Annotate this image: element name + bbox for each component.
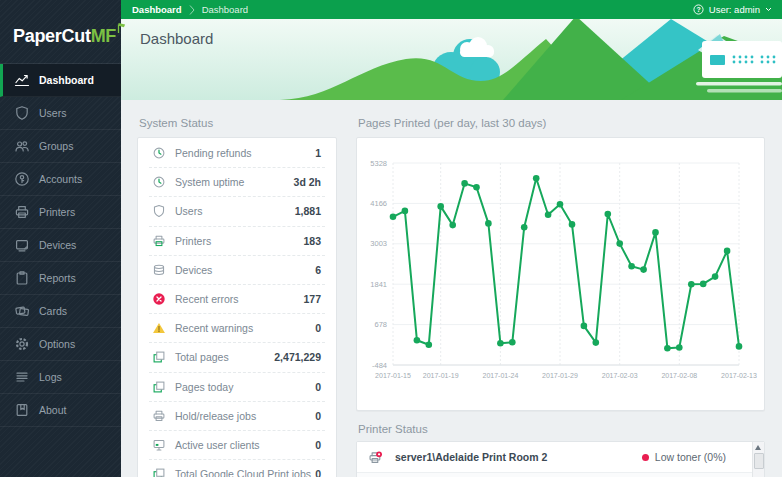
papercut-admin-window: PaperCutMF DashboardUsersGroupsAccountsP…: [0, 0, 782, 477]
sidebar-item-label: Dashboard: [39, 74, 94, 86]
status-label: Pages today: [175, 381, 315, 393]
status-value: 183: [303, 235, 325, 247]
status-row-hold-release-jobs: Hold/release jobs0: [149, 402, 325, 431]
about-icon: [14, 402, 30, 418]
sidebar-item-label: Accounts: [39, 173, 82, 185]
printer-illustration: [696, 34, 782, 93]
logo-text: PaperCut: [13, 26, 91, 46]
dashboard-banner: Dashboard: [121, 19, 782, 100]
status-label: Recent warnings: [175, 322, 315, 334]
sidebar-item-dashboard[interactable]: Dashboard: [0, 64, 121, 97]
svg-text:3003: 3003: [370, 239, 387, 248]
system-status-section: System Status Pending refunds1System upt…: [137, 100, 337, 477]
chevron-down-icon: [765, 7, 772, 12]
logo-suffix: MF: [91, 26, 116, 46]
printer-status-heading: Printer Status: [358, 423, 765, 435]
sidebar-item-accounts[interactable]: Accounts: [0, 163, 121, 196]
printer-list-scrollbar[interactable]: [752, 442, 764, 477]
pages-icon: [152, 380, 166, 394]
client-icon: [152, 438, 166, 452]
user-label: User: admin: [709, 4, 760, 15]
right-column: Pages Printed (per day, last 30 days) 53…: [356, 100, 765, 477]
svg-text:2017-02-08: 2017-02-08: [661, 372, 697, 379]
sidebar-item-users[interactable]: Users: [0, 97, 121, 130]
user-menu[interactable]: ? User: admin: [693, 4, 772, 15]
status-row-devices: Devices6: [149, 256, 325, 285]
status-label: Printers: [175, 235, 303, 247]
dashboard-icon: [14, 72, 30, 88]
status-row-recent-warnings: Recent warnings0: [149, 314, 325, 343]
status-label: Total Google Cloud Print jobs: [175, 468, 315, 477]
cards-icon: [14, 303, 30, 319]
breadcrumb: Dashboard Dashboard: [132, 4, 248, 16]
pages-printed-heading: Pages Printed (per day, last 30 days): [358, 117, 765, 129]
topbar: Dashboard Dashboard ? User: admin: [121, 0, 782, 19]
svg-text:2017-02-13: 2017-02-13: [721, 372, 757, 379]
content: System Status Pending refunds1System upt…: [121, 100, 782, 477]
sidebar-item-printers[interactable]: Printers: [0, 196, 121, 229]
svg-text:-484: -484: [372, 361, 387, 370]
sidebar-item-options[interactable]: Options: [0, 328, 121, 361]
status-row-pending-refunds: Pending refunds1: [149, 139, 325, 168]
logs-icon: [14, 369, 30, 385]
system-status-card: Pending refunds1System uptime3d 2hUsers1…: [137, 137, 337, 477]
printer-alert-icon: [368, 450, 383, 465]
sidebar-item-logs[interactable]: Logs: [0, 361, 121, 394]
status-row-total-pages: Total pages2,471,229: [149, 343, 325, 372]
breadcrumb-separator-icon: [189, 4, 195, 16]
svg-text:2017-01-19: 2017-01-19: [423, 372, 459, 379]
accounts-icon: [14, 171, 30, 187]
system-status-heading: System Status: [139, 117, 337, 129]
status-value: 1,881: [295, 205, 325, 217]
svg-text:2017-01-29: 2017-01-29: [542, 372, 578, 379]
pages-icon: [152, 350, 166, 364]
groups-icon: [14, 138, 30, 154]
sidebar-item-label: Printers: [39, 206, 75, 218]
status-label: Recent errors: [175, 293, 303, 305]
svg-text:2017-01-24: 2017-01-24: [482, 372, 518, 379]
printer-row[interactable]: server1\Adelaide Print Room 2Low toner (…: [357, 442, 764, 473]
status-label: Total pages: [175, 351, 274, 363]
printer-gray-icon: [152, 409, 166, 423]
main-area: Dashboard Dashboard ? User: admin: [121, 0, 782, 477]
clock-icon: [152, 175, 166, 189]
sidebar-item-devices[interactable]: Devices: [0, 229, 121, 262]
printer-row-partial: [357, 473, 764, 477]
sidebar-item-reports[interactable]: Reports: [0, 262, 121, 295]
status-label: Users: [175, 205, 295, 217]
scrollbar-up-arrow[interactable]: [755, 445, 761, 450]
scrollbar-thumb[interactable]: [754, 453, 764, 469]
status-value: 0: [315, 439, 325, 451]
svg-text:5328: 5328: [370, 159, 387, 168]
sidebar-item-cards[interactable]: Cards: [0, 295, 121, 328]
shield-icon: [14, 105, 30, 121]
printer-name[interactable]: server1\Adelaide Print Room 2: [395, 451, 642, 463]
help-icon[interactable]: ?: [693, 4, 704, 15]
status-value: 0: [315, 322, 325, 334]
pages-icon: [152, 467, 166, 477]
sidebar-item-label: About: [39, 404, 66, 416]
status-value: 2,471,229: [274, 351, 325, 363]
clock-icon: [152, 146, 166, 160]
breadcrumb-item-current[interactable]: Dashboard: [202, 4, 248, 15]
sidebar-item-about[interactable]: About: [0, 394, 121, 427]
banner-illustration: [121, 19, 782, 100]
printer-icon: [14, 204, 30, 220]
sidebar-item-label: Options: [39, 338, 75, 350]
error-icon: [152, 292, 166, 306]
status-value: 177: [303, 293, 325, 305]
reports-icon: [14, 270, 30, 286]
sidebar-item-groups[interactable]: Groups: [0, 130, 121, 163]
status-row-users: Users1,881: [149, 197, 325, 226]
printer-status-card: server1\Adelaide Print Room 2Low toner (…: [356, 441, 765, 477]
breadcrumb-item-dashboard[interactable]: Dashboard: [132, 4, 182, 15]
sidebar-item-label: Groups: [39, 140, 73, 152]
status-row-pages-today: Pages today0: [149, 373, 325, 402]
sidebar-item-label: Devices: [39, 239, 76, 251]
status-label: Devices: [175, 264, 315, 276]
status-row-recent-errors: Recent errors177: [149, 285, 325, 314]
sidebar: PaperCutMF DashboardUsersGroupsAccountsP…: [0, 0, 121, 477]
sidebar-nav: DashboardUsersGroupsAccountsPrintersDevi…: [0, 63, 121, 427]
status-label: Active user clients: [175, 439, 315, 451]
sidebar-item-label: Cards: [39, 305, 67, 317]
